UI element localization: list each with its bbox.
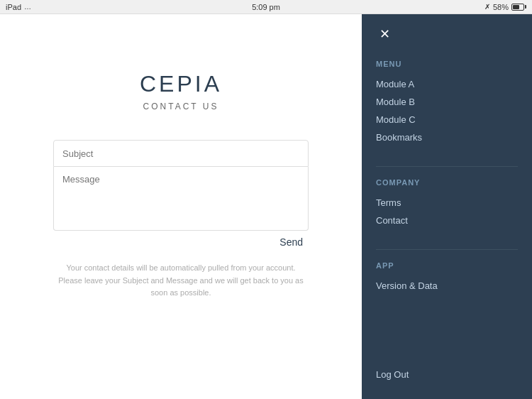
menu-item-version-data[interactable]: Version & Data	[376, 277, 518, 295]
status-right: ✗ 58%	[484, 3, 526, 11]
bluetooth-icon: ✗	[484, 3, 490, 11]
wifi-icon: …	[24, 3, 31, 11]
side-menu: ✕ MENU Module A Module B Module C Bookma…	[362, 14, 532, 399]
send-row: Send	[53, 234, 309, 251]
menu-section-title-menu: MENU	[376, 60, 518, 68]
menu-item-bookmarks[interactable]: Bookmarks	[376, 129, 518, 146]
menu-section-title-company: COMPANY	[376, 178, 518, 187]
menu-section-title-app: APP	[376, 261, 518, 270]
menu-item-module-b[interactable]: Module B	[376, 93, 518, 111]
menu-divider-2	[376, 249, 518, 250]
message-textarea[interactable]	[53, 167, 309, 231]
main-content: CEPIA CONTACT US Send Your contact detai…	[0, 14, 362, 399]
status-bar: iPad … 5:09 pm ✗ 58%	[0, 0, 532, 14]
info-text: Your contact details will be automatical…	[53, 262, 309, 300]
logout-button[interactable]: Log Out	[376, 369, 409, 380]
app-title: CEPIA	[140, 71, 222, 97]
page-subtitle: CONTACT US	[143, 102, 219, 111]
contact-form: Send	[53, 140, 309, 251]
menu-item-contact[interactable]: Contact	[376, 212, 518, 229]
battery-percent: 58%	[493, 3, 509, 11]
ipad-label: iPad	[6, 3, 21, 11]
menu-section-menu: MENU Module A Module B Module C Bookmark…	[376, 60, 518, 146]
send-button[interactable]: Send	[274, 234, 309, 251]
menu-section-app: APP Version & Data	[376, 261, 518, 295]
info-line-1: Your contact details will be automatical…	[66, 263, 295, 272]
subject-input[interactable]	[53, 140, 309, 167]
logout-section: Log Out	[376, 368, 518, 388]
status-time: 5:09 pm	[252, 3, 280, 11]
menu-item-terms[interactable]: Terms	[376, 194, 518, 212]
menu-section-company: COMPANY Terms Contact	[376, 178, 518, 229]
menu-item-module-c[interactable]: Module C	[376, 111, 518, 129]
battery-icon	[511, 4, 526, 11]
menu-divider-1	[376, 166, 518, 167]
status-left: iPad …	[6, 3, 31, 11]
info-line-2: Please leave your Subject and Message an…	[58, 276, 303, 297]
menu-item-module-a[interactable]: Module A	[376, 75, 518, 93]
close-button[interactable]: ✕	[376, 26, 393, 43]
